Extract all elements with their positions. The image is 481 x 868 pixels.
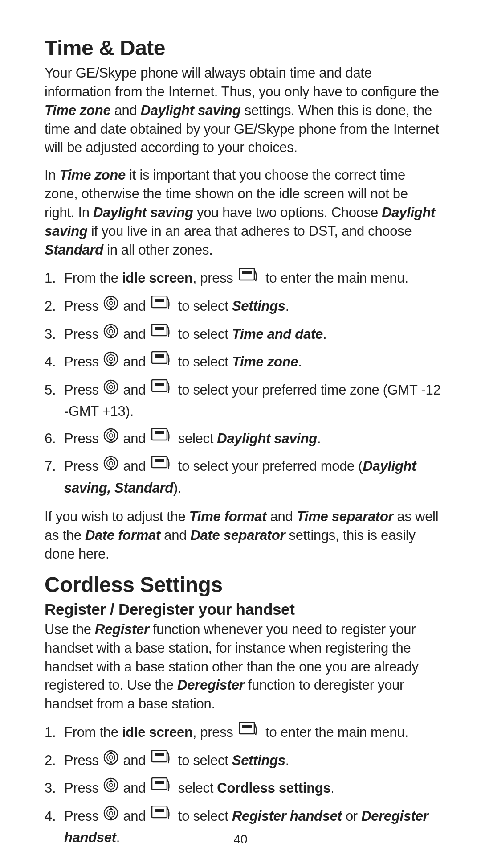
bold-date-format: Date format: [85, 527, 160, 543]
text: and: [119, 354, 149, 370]
text: Press: [64, 458, 102, 474]
svg-point-32: [109, 434, 113, 437]
svg-point-24: [107, 383, 115, 391]
svg-rect-52: [155, 753, 164, 756]
text: to select: [175, 326, 232, 342]
softkey-icon: [239, 722, 260, 743]
step-number: 3.: [45, 324, 56, 345]
svg-rect-22: [155, 354, 164, 358]
svg-point-6: [110, 308, 112, 309]
svg-point-5: [110, 298, 112, 299]
page-number: 40: [233, 832, 247, 847]
bold-idle-screen: idle screen: [122, 270, 193, 286]
section-title-time-date: Time & Date: [45, 36, 441, 60]
svg-rect-15: [155, 327, 164, 330]
svg-rect-8: [155, 299, 164, 302]
text: If you wish to adjust the: [45, 509, 189, 524]
text: to select: [175, 354, 232, 370]
svg-rect-43: [155, 459, 164, 462]
softkey-icon: [151, 777, 173, 799]
time-zone-explain-para: In Time zone it is important that you ch…: [45, 166, 441, 259]
text: and: [119, 458, 149, 474]
list-item: 2. Press and to select Settings.: [45, 750, 441, 772]
svg-point-12: [110, 325, 112, 327]
text: to select: [175, 298, 232, 314]
text: From the: [64, 724, 122, 740]
softkey-icon: [151, 750, 173, 771]
svg-point-56: [110, 780, 112, 781]
text: Press: [64, 382, 102, 398]
svg-point-10: [107, 327, 115, 335]
text: to enter the main menu.: [262, 270, 408, 286]
step-number: 2.: [45, 750, 56, 771]
svg-point-3: [107, 299, 115, 307]
softkey-icon: [151, 379, 173, 401]
bold-daylight-saving: Daylight saving: [217, 431, 317, 446]
svg-point-62: [109, 811, 113, 815]
bold-standard: Standard: [45, 242, 103, 258]
svg-point-54: [107, 781, 115, 789]
step-number: 2.: [45, 296, 56, 317]
svg-rect-29: [155, 383, 164, 386]
text: ).: [173, 480, 181, 496]
svg-point-40: [110, 458, 112, 459]
list-item: 1. From the idle screen, press to enter …: [45, 268, 441, 290]
text: .: [285, 298, 289, 314]
text: in all other zones.: [103, 242, 213, 258]
cordless-steps-list: 1. From the idle screen, press to enter …: [45, 722, 441, 848]
svg-rect-66: [155, 809, 164, 812]
svg-point-18: [109, 357, 113, 361]
nav-wheel-icon: [103, 428, 118, 449]
text: select: [175, 780, 217, 796]
bold-register-handset: Register handset: [232, 808, 342, 824]
text: and: [160, 527, 190, 543]
text: .: [330, 780, 334, 796]
bold-idle-screen: idle screen: [122, 724, 193, 740]
svg-point-13: [110, 335, 112, 337]
svg-point-27: [110, 391, 112, 392]
time-date-intro-para: Your GE/Skype phone will always obtain t…: [45, 64, 441, 157]
svg-point-34: [110, 440, 112, 441]
svg-rect-45: [242, 725, 252, 728]
list-item: 7. Press and to select your preferred mo…: [45, 456, 441, 498]
softkey-icon: [151, 806, 173, 827]
text: and: [119, 298, 149, 314]
text: .: [323, 326, 326, 342]
step-number: 4.: [45, 352, 56, 373]
svg-point-31: [107, 432, 115, 440]
svg-point-57: [110, 790, 112, 791]
section-title-cordless-settings: Cordless Settings: [45, 572, 441, 597]
bold-register: Register: [95, 621, 149, 637]
bold-daylight-saving: Daylight saving: [93, 205, 193, 220]
text: if you live in an area that adheres to D…: [87, 223, 412, 239]
svg-point-64: [110, 817, 112, 819]
bold-time-zone: Time zone: [60, 167, 126, 183]
nav-wheel-icon: [103, 296, 118, 317]
svg-point-61: [107, 809, 115, 817]
bold-settings: Settings: [232, 298, 285, 314]
svg-point-55: [109, 783, 113, 787]
svg-point-50: [110, 761, 112, 763]
register-deregister-intro-para: Use the Register function whenever you n…: [45, 620, 441, 713]
svg-point-26: [110, 381, 112, 383]
text: Press: [64, 354, 102, 370]
text: to select: [175, 808, 232, 824]
svg-point-41: [110, 468, 112, 469]
softkey-icon: [151, 296, 173, 317]
softkey-icon: [151, 324, 173, 345]
text: Press: [64, 808, 102, 824]
svg-point-63: [110, 807, 112, 809]
step-number: 3.: [45, 778, 56, 799]
nav-wheel-icon: [103, 379, 118, 401]
step-number: 1.: [45, 268, 56, 289]
svg-point-19: [110, 354, 112, 355]
svg-point-11: [109, 329, 113, 333]
softkey-icon: [151, 456, 173, 477]
svg-rect-36: [155, 431, 164, 434]
text: and: [119, 382, 149, 398]
text: .: [317, 431, 321, 446]
text: .: [298, 354, 302, 370]
text: or: [342, 808, 362, 824]
nav-wheel-icon: [103, 777, 118, 799]
nav-wheel-icon: [103, 456, 118, 477]
